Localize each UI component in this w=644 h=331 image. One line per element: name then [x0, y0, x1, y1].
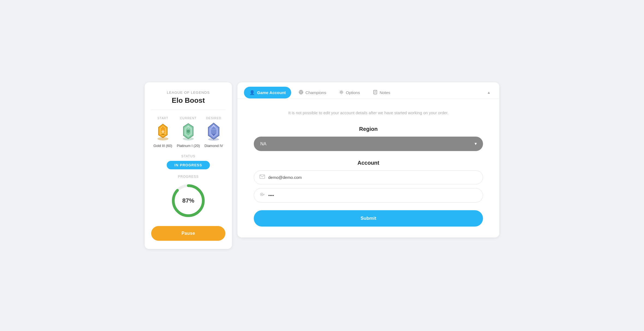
tab-options[interactable]: Options [334, 87, 365, 99]
svg-point-29 [341, 91, 342, 93]
password-input-wrapper [254, 188, 483, 203]
tab-notes-label: Notes [380, 90, 390, 95]
tab-champions-label: Champions [305, 90, 326, 95]
tab-options-label: Options [346, 90, 360, 95]
desired-rank: DESIRED Diamond IV [202, 116, 225, 148]
desired-rank-name: Diamond IV [204, 144, 223, 148]
tab-champions[interactable]: Champions [293, 87, 332, 99]
status-label: STATUS [181, 154, 195, 158]
svg-point-12 [187, 130, 190, 133]
email-input[interactable] [268, 175, 477, 180]
tab-bar: 👤 Game Account Champions [237, 82, 499, 99]
account-title: Account [254, 160, 483, 166]
order-card: LEAGUE OF LEGENDS Elo Boost START Gold I… [145, 82, 232, 249]
user-icon: 👤 [249, 90, 255, 95]
start-rank: START Gold III (60) [151, 116, 174, 148]
submit-button[interactable]: Submit [254, 210, 483, 227]
champions-icon [299, 90, 303, 95]
region-title: Region [254, 126, 483, 132]
progress-ring: 87% [171, 183, 206, 218]
status-badge: IN PROGRESS [167, 161, 210, 169]
detail-card: 👤 Game Account Champions [237, 82, 499, 237]
game-subtitle: LEAGUE OF LEGENDS [167, 91, 210, 95]
desired-label: DESIRED [206, 116, 221, 120]
svg-rect-6 [161, 134, 165, 135]
pause-button[interactable]: Pause [151, 226, 225, 241]
game-title: Elo Boost [172, 96, 205, 105]
diamond-rank-icon [204, 122, 223, 142]
options-icon [339, 90, 344, 95]
right-content: It is not possible to edit your account … [237, 99, 499, 237]
rank-section: START Gold III (60) CURRENT [151, 116, 225, 148]
progress-section: PROGRESS 87% [151, 175, 225, 218]
start-label: START [157, 116, 168, 120]
svg-point-24 [300, 91, 302, 93]
account-form [254, 170, 483, 203]
svg-line-37 [264, 194, 264, 195]
region-select[interactable]: NA EUW EUNE OCE BR LAN LAS KR JP TR RU [254, 137, 483, 151]
card-divider [151, 110, 225, 110]
tab-game-account[interactable]: 👤 Game Account [244, 87, 291, 98]
email-icon [260, 174, 265, 180]
start-rank-name: Gold III (60) [153, 144, 172, 148]
notes-icon [373, 90, 377, 95]
svg-point-5 [162, 130, 164, 133]
password-icon [260, 192, 265, 198]
gold-rank-icon [153, 122, 173, 142]
current-rank: CURRENT Platinum I (20) [177, 116, 200, 148]
tab-game-account-label: Game Account [257, 90, 286, 95]
svg-point-38 [261, 194, 262, 195]
region-select-wrapper: NA EUW EUNE OCE BR LAN LAS KR JP TR RU ▼ [254, 137, 483, 151]
app-layout: LEAGUE OF LEGENDS Elo Boost START Gold I… [145, 82, 499, 249]
current-rank-name: Platinum I (20) [177, 144, 200, 148]
email-input-wrapper [254, 170, 483, 184]
platinum-rank-icon [178, 122, 198, 142]
notice-text: It is not possible to edit your account … [254, 110, 483, 116]
collapse-button[interactable]: ▲ [485, 88, 493, 97]
progress-label: PROGRESS [178, 175, 199, 179]
password-input[interactable] [268, 193, 477, 198]
tab-notes[interactable]: Notes [368, 87, 396, 99]
progress-text: 87% [182, 197, 194, 204]
current-label: CURRENT [180, 116, 197, 120]
status-section: STATUS IN PROGRESS [151, 154, 225, 169]
